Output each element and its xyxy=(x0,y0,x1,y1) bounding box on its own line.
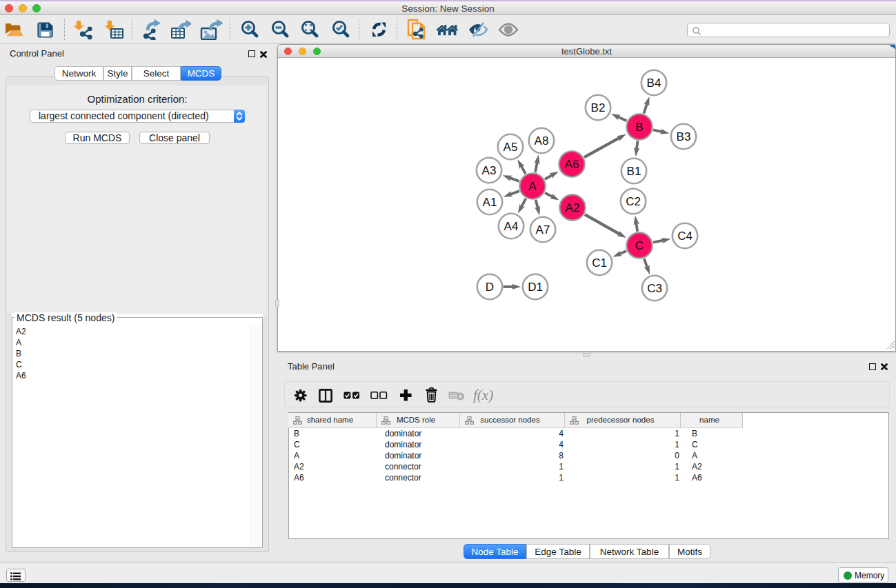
svg-text:B3: B3 xyxy=(677,130,691,143)
svg-text:B2: B2 xyxy=(591,101,606,114)
svg-text:C4: C4 xyxy=(677,230,693,243)
svg-text:B1: B1 xyxy=(627,165,641,178)
svg-text:A1: A1 xyxy=(483,196,497,209)
svg-text:A4: A4 xyxy=(504,220,519,233)
svg-text:A3: A3 xyxy=(482,164,497,177)
svg-text:D1: D1 xyxy=(528,281,543,294)
svg-text:A: A xyxy=(528,180,537,193)
svg-text:A6: A6 xyxy=(565,158,579,171)
svg-text:A7: A7 xyxy=(536,223,550,236)
svg-text:C1: C1 xyxy=(592,256,607,270)
svg-text:A2: A2 xyxy=(566,201,580,214)
svg-text:C2: C2 xyxy=(626,195,641,208)
svg-text:A5: A5 xyxy=(504,141,518,154)
svg-text:D: D xyxy=(486,281,494,294)
svg-text:A8: A8 xyxy=(535,134,549,148)
svg-text:C3: C3 xyxy=(647,282,662,295)
svg-text:C: C xyxy=(635,239,644,252)
svg-text:B4: B4 xyxy=(647,77,661,90)
svg-text:B: B xyxy=(635,121,643,134)
